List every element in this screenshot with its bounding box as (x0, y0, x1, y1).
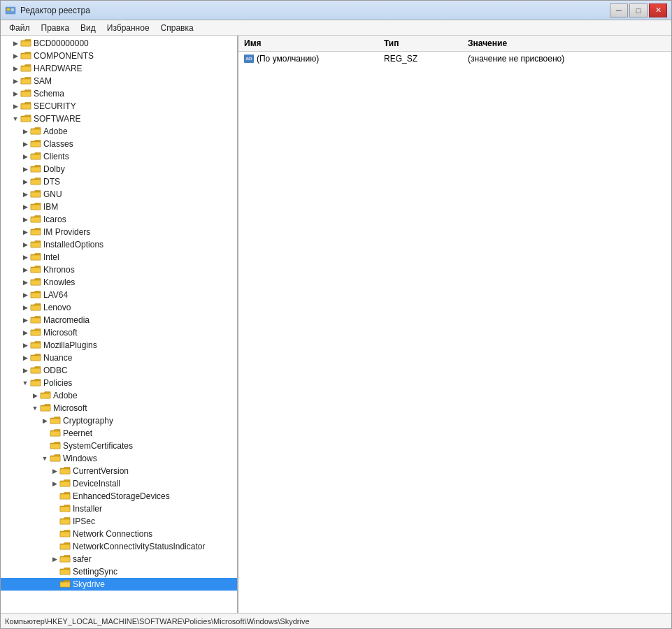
tree-node-ipsec[interactable]: IPSec (1, 515, 237, 528)
tree-node-software[interactable]: ▼ SOFTWARE (1, 113, 237, 125)
expand-hardware[interactable]: ▶ (10, 64, 20, 73)
tree-node-network-connections[interactable]: Network Connections (1, 528, 237, 540)
folder-icon-currentversion (59, 466, 71, 476)
tree-node-installer[interactable]: Installer (1, 503, 237, 515)
tree-label-bcd: BCD00000000 (34, 38, 89, 48)
tree-node-currentversion[interactable]: ▶ CurrentVersion (1, 465, 237, 477)
expand-classes[interactable]: ▶ (20, 139, 30, 149)
tree-node-networkconn-status[interactable]: NetworkConnectivityStatusIndicator (1, 540, 237, 553)
expand-khronos[interactable]: ▶ (20, 265, 30, 275)
tree-node-microsoft[interactable]: ▶ Microsoft (1, 326, 237, 339)
expand-safer[interactable]: ▶ (50, 554, 59, 564)
expand-clients[interactable]: ▶ (20, 152, 30, 161)
expand-policies-adobe[interactable]: ▶ (30, 391, 40, 400)
tree-node-adobe[interactable]: ▶ Adobe (1, 125, 237, 138)
expand-sam[interactable]: ▶ (10, 76, 20, 86)
tree-node-settingsync[interactable]: SettingSync (1, 565, 237, 578)
tree-node-safer[interactable]: ▶ safer (1, 553, 237, 565)
tree-node-windows[interactable]: ▼ Windows (1, 452, 237, 465)
expand-schema[interactable]: ▶ (10, 89, 20, 99)
expand-lav64[interactable]: ▶ (20, 290, 30, 300)
menu-file[interactable]: Файл (3, 22, 36, 34)
close-button[interactable]: ✕ (649, 3, 667, 17)
tree-node-dts[interactable]: ▶ DTS (1, 175, 237, 188)
expand-windows[interactable]: ▼ (40, 454, 50, 463)
tree-node-skydrive[interactable]: Skydrive (1, 578, 237, 591)
tree-node-systemcertificates[interactable]: SystemCertificates (1, 440, 237, 452)
folder-icon-peernet (50, 428, 61, 438)
folder-icon-policies-microsoft (40, 403, 51, 413)
expand-dolby[interactable]: ▶ (20, 164, 30, 174)
tree-node-nuance[interactable]: ▶ Nuance (1, 352, 237, 364)
tree-node-macromedia[interactable]: ▶ Macromedia (1, 314, 237, 326)
maximize-button[interactable]: □ (629, 3, 648, 17)
expand-dts[interactable]: ▶ (20, 177, 30, 187)
expand-mozillaplugins[interactable]: ▶ (20, 340, 30, 350)
tree-node-im-providers[interactable]: ▶ IM Providers (1, 226, 237, 238)
expand-odbc[interactable]: ▶ (20, 366, 30, 375)
tree-node-policies-microsoft[interactable]: ▼ Microsoft (1, 402, 237, 414)
expand-installedoptions[interactable]: ▶ (20, 240, 30, 250)
tree-node-knowles[interactable]: ▶ Knowles (1, 276, 237, 289)
expand-microsoft[interactable]: ▶ (20, 328, 30, 338)
tree-node-sam[interactable]: ▶ SAM (1, 75, 237, 87)
tree-node-intel[interactable]: ▶ Intel (1, 251, 237, 263)
tree-node-security[interactable]: ▶ SECURITY (1, 100, 237, 113)
expand-currentversion[interactable]: ▶ (50, 466, 59, 476)
tree-node-enhancedstoragedevices[interactable]: EnhancedStorageDevices (1, 490, 237, 503)
tree-node-schema[interactable]: ▶ Schema (1, 87, 237, 100)
tree-node-components[interactable]: ▶ COMPONENTS (1, 50, 237, 62)
tree-label-policies-microsoft: Microsoft (53, 403, 87, 413)
tree-node-cryptography[interactable]: ▶ Cryptography (1, 414, 237, 427)
expand-im-providers[interactable]: ▶ (20, 227, 30, 237)
folder-icon-mozillaplugins (30, 340, 41, 350)
expand-adobe[interactable]: ▶ (20, 126, 30, 136)
expand-components[interactable]: ▶ (10, 51, 20, 61)
tree-node-icaros[interactable]: ▶ Icaros (1, 213, 237, 226)
tree-node-deviceinstall[interactable]: ▶ DeviceInstall (1, 477, 237, 490)
tree-node-clients[interactable]: ▶ Clients (1, 150, 237, 163)
tree-node-odbc[interactable]: ▶ ODBC (1, 364, 237, 377)
tree-node-ibm[interactable]: ▶ IBM (1, 201, 237, 213)
tree-node-khronos[interactable]: ▶ Khronos (1, 263, 237, 276)
expand-lenovo[interactable]: ▶ (20, 303, 30, 312)
expand-deviceinstall[interactable]: ▶ (50, 479, 59, 489)
expand-policies-microsoft[interactable]: ▼ (30, 403, 40, 413)
tree-node-dolby[interactable]: ▶ Dolby (1, 163, 237, 175)
tree-node-lav64[interactable]: ▶ LAV64 (1, 289, 237, 301)
expand-ibm[interactable]: ▶ (20, 202, 30, 212)
tree-node-mozillaplugins[interactable]: ▶ MozillaPlugins (1, 339, 237, 352)
expand-policies[interactable]: ▼ (20, 378, 30, 388)
menu-help[interactable]: Справка (155, 22, 199, 34)
menu-view[interactable]: Вид (75, 22, 101, 34)
menu-edit[interactable]: Правка (36, 22, 76, 34)
tree-node-policies[interactable]: ▼ Policies (1, 377, 237, 389)
expand-software[interactable]: ▼ (10, 114, 20, 124)
expand-intel[interactable]: ▶ (20, 252, 30, 262)
tree-label-ibm: IBM (43, 202, 58, 212)
expand-bcd[interactable]: ▶ (10, 38, 20, 48)
expand-macromedia[interactable]: ▶ (20, 315, 30, 325)
folder-icon-bcd (20, 38, 31, 48)
expand-nuance[interactable]: ▶ (20, 353, 30, 363)
tree-node-classes[interactable]: ▶ Classes (1, 138, 237, 150)
tree-pane[interactable]: ▶ BCD00000000 ▶ COMPONENTS (1, 36, 238, 613)
status-text: Компьютер\HKEY_LOCAL_MACHINE\SOFTWARE\Po… (5, 617, 310, 626)
tree-node-hardware[interactable]: ▶ HARDWARE (1, 62, 237, 75)
tree-node-installedoptions[interactable]: ▶ InstalledOptions (1, 238, 237, 251)
detail-row-default[interactable]: ab (По умолчанию) REG_SZ (значение не пр… (238, 52, 671, 66)
tree-node-peernet[interactable]: Peernet (1, 427, 237, 440)
menu-favorites[interactable]: Избранное (101, 22, 155, 34)
tree-label-network-connections: Network Connections (73, 529, 152, 539)
tree-node-lenovo[interactable]: ▶ Lenovo (1, 301, 237, 314)
tree-node-bcd[interactable]: ▶ BCD00000000 (1, 37, 237, 50)
app-icon (5, 5, 16, 16)
tree-node-policies-adobe[interactable]: ▶ Adobe (1, 389, 237, 402)
expand-gnu[interactable]: ▶ (20, 189, 30, 199)
minimize-button[interactable]: ─ (610, 3, 628, 17)
expand-cryptography[interactable]: ▶ (40, 416, 50, 426)
tree-node-gnu[interactable]: ▶ GNU (1, 188, 237, 201)
expand-security[interactable]: ▶ (10, 101, 20, 111)
expand-knowles[interactable]: ▶ (20, 277, 30, 287)
expand-icaros[interactable]: ▶ (20, 215, 30, 224)
